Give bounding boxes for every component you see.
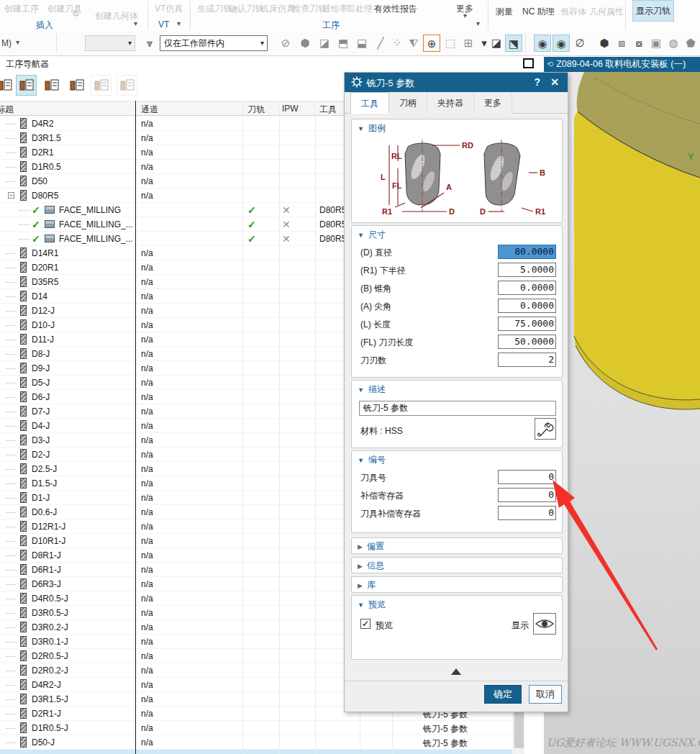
shaded-view-icon[interactable]: ⬢ <box>596 35 613 52</box>
restore-window-icon[interactable] <box>523 58 534 68</box>
collapsed-section-信息[interactable]: ▶信息 <box>351 557 563 573</box>
description-group-header[interactable]: ▼描述 <box>352 381 562 398</box>
nc-assistant-button[interactable]: NC 助理 <box>522 6 555 18</box>
tool-row[interactable] <box>0 750 512 754</box>
tab-夹持器[interactable]: 夹持器 <box>427 92 474 114</box>
validity-report-button[interactable]: 有效性报告 <box>374 3 417 15</box>
view-orient-icon[interactable]: ⬔ <box>505 35 522 52</box>
num-field-input[interactable]: 0 <box>498 488 556 502</box>
delete-view-icon[interactable] <box>117 75 137 96</box>
solid-body-filter-icon[interactable]: ⬢ <box>296 35 314 52</box>
feedrate-button[interactable]: 进给率 <box>322 3 348 15</box>
sphere-view-icon[interactable]: ◍ <box>665 35 682 52</box>
tab-工具[interactable]: 工具 <box>350 92 389 114</box>
col-channel[interactable]: 通道 <box>141 104 158 116</box>
filter-reset-icon[interactable]: ⩔ <box>141 35 158 52</box>
bounding-body-button[interactable]: 包容体 <box>560 6 586 18</box>
blob-view-icon[interactable]: ⬟ <box>682 35 699 52</box>
collapsed-section-库[interactable]: ▶库 <box>351 576 563 593</box>
material-edit-button[interactable] <box>535 418 556 440</box>
dim-field-input[interactable]: 0.0000 <box>498 299 556 313</box>
cancel-button[interactable]: 取消 <box>529 685 562 704</box>
dim-field-input[interactable]: 80.0000 <box>498 245 556 259</box>
col-title[interactable]: 标题 <box>0 104 14 116</box>
studio-view-icon[interactable]: ⧇ <box>630 35 647 52</box>
copy-view-icon[interactable] <box>91 75 112 96</box>
num-field-input[interactable]: 0 <box>498 470 556 484</box>
column-divider[interactable] <box>135 101 136 754</box>
create-operation-button[interactable]: 创建工序 <box>4 3 39 15</box>
legend-group-header[interactable]: ▼图例 <box>352 119 562 137</box>
geometry-props-button[interactable]: 几何属性 <box>589 6 624 18</box>
vt-sim-button[interactable]: VT仿真 <box>155 3 183 15</box>
ok-button[interactable]: 确定 <box>484 685 522 704</box>
show-preview-button[interactable] <box>533 613 556 635</box>
facet-view-icon[interactable]: ▣ <box>647 35 665 52</box>
type-filter-fragment[interactable]: M) <box>1 38 12 48</box>
dialog-title-bar[interactable]: 铣刀-5 参数 ? ✕ <box>345 73 568 92</box>
col-toolpath[interactable]: 刀轨 <box>247 104 265 116</box>
more-caret-icon[interactable]: ▾ <box>463 12 467 19</box>
create-geometry-button[interactable]: 创建几何体 <box>95 10 138 22</box>
type-filter-caret-icon[interactable]: ▾ <box>16 38 19 46</box>
section-view-icon[interactable]: ◪ <box>488 35 505 52</box>
verify-toolpath-button[interactable]: 确认刀轨 <box>229 3 263 15</box>
machine-tool-view-icon[interactable] <box>16 75 37 96</box>
collapse-toggle-icon[interactable]: − <box>8 192 14 199</box>
help-icon[interactable]: ? <box>534 76 540 88</box>
postprocess-button[interactable]: 后处理 <box>347 3 373 15</box>
op-complete-icon: ✓ <box>32 233 40 245</box>
body-snap-icon[interactable]: ⬚ <box>442 35 459 52</box>
row-label: D1-J <box>32 493 50 503</box>
scrollbar-thumb[interactable] <box>514 711 524 748</box>
dim-field-input[interactable]: 2 <box>498 353 556 367</box>
selection-scope-combo[interactable]: 仅在工作部件内▾ <box>160 35 268 51</box>
measure-button[interactable]: 测量 <box>496 6 513 18</box>
preview-group-header[interactable]: ▼预览 <box>352 596 562 613</box>
point-filter-icon[interactable]: ⁘ <box>388 35 406 52</box>
show-toolpath-button[interactable]: 显示刀轨 <box>632 0 674 22</box>
machine-sim-button[interactable]: 机床仿真 <box>260 3 295 15</box>
hide-wcs-icon[interactable]: ∅ <box>571 35 588 52</box>
snap-point-icon[interactable]: ⊕ <box>423 35 440 52</box>
dim-field-input[interactable]: 50.0000 <box>498 335 556 349</box>
milling-tool-icon <box>20 679 27 690</box>
tab-更多[interactable]: 更多 <box>474 92 512 114</box>
sheet-filter-icon[interactable]: ⬓ <box>353 35 371 52</box>
curve-filter-icon[interactable]: ╱ <box>372 35 389 52</box>
col-tool[interactable]: 工具 <box>319 104 337 116</box>
col-ipw[interactable]: IPW <box>282 104 299 114</box>
preview-checkbox[interactable]: ✓ <box>360 619 371 629</box>
snap-funnel-icon[interactable]: ⧨ <box>405 35 422 52</box>
tool-row[interactable]: D50-Jn/a铣刀-5 参数 <box>0 735 512 750</box>
dim-field-input[interactable]: 75.0000 <box>498 317 556 331</box>
generate-toolpath-button[interactable]: 生成刀轨 <box>197 3 232 15</box>
mcs-display-icon[interactable]: ◉ <box>534 35 551 52</box>
datum-snap-icon[interactable]: ⊞ <box>460 35 477 52</box>
dim-field-input[interactable]: 0.0000 <box>498 281 556 295</box>
wireframe-view-icon[interactable]: ⧈ <box>613 35 630 52</box>
tool-row[interactable]: D1R0.5-Jn/a铣刀-5 参数 <box>0 721 512 735</box>
face-filter-icon[interactable]: ◪ <box>316 35 333 52</box>
dimensions-group-header[interactable]: ▼尺寸 <box>352 226 562 243</box>
check-toolpath-button[interactable]: 检查刀轨 <box>292 3 327 15</box>
operation-group-caret-icon[interactable]: ▾ <box>476 19 480 27</box>
num-field-input[interactable]: 0 <box>498 506 556 520</box>
close-icon[interactable]: ✕ <box>550 76 559 88</box>
no-selection-filter-icon[interactable]: ⊘ <box>277 35 294 52</box>
numbers-group-header[interactable]: ▼编号 <box>352 451 562 468</box>
dim-field-input[interactable]: 5.0000 <box>498 263 556 277</box>
dialog-collapse-arrow[interactable] <box>451 668 461 675</box>
wcs-display-icon[interactable]: ◉ <box>553 35 570 52</box>
row-label: D10R1-J <box>32 536 65 546</box>
description-input[interactable]: 铣刀-5 参数 <box>359 401 556 416</box>
selection-scope-combo-disabled[interactable]: ▾ <box>85 35 135 51</box>
collapsed-section-偏置[interactable]: ▶偏置 <box>351 537 563 554</box>
insert-group-caret-icon[interactable]: ▾ <box>134 19 137 27</box>
program-order-view-icon[interactable] <box>0 75 15 96</box>
tab-刀柄[interactable]: 刀柄 <box>389 92 427 114</box>
method-view-icon[interactable] <box>66 75 87 96</box>
geometry-view-icon[interactable] <box>41 75 62 96</box>
facet-filter-icon[interactable]: ⬒ <box>335 35 352 52</box>
vt-group-caret-icon[interactable]: ▾ <box>177 19 181 27</box>
